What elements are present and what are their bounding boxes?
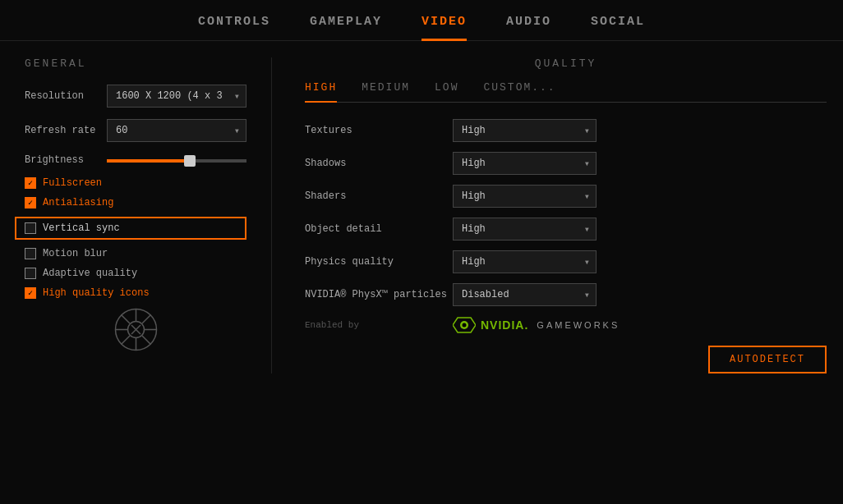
shadows-row: Shadows HighMediumLow <box>305 152 827 175</box>
refresh-rate-select[interactable]: 60 144 240 <box>107 119 246 142</box>
physx-particles-select[interactable]: DisabledLowHigh <box>453 283 597 306</box>
brightness-slider[interactable] <box>107 159 246 163</box>
fullscreen-checkbox-row[interactable]: Fullscreen <box>25 177 246 189</box>
nav-controls[interactable]: CONTROLS <box>198 15 270 40</box>
motion-blur-label: Motion blur <box>43 248 108 259</box>
object-detail-select-wrapper: HighMediumLow <box>453 218 597 241</box>
object-detail-row: Object detail HighMediumLow <box>305 218 827 241</box>
nav-video[interactable]: VIDEO <box>422 15 467 40</box>
svg-point-14 <box>463 323 467 328</box>
quality-section: QUALITY HIGH MEDIUM LOW CUSTOM... Textur… <box>280 57 843 373</box>
nav-gameplay[interactable]: GAMEPLAY <box>310 15 382 40</box>
resolution-control: 1600 X 1200 (4 x 3) 1920 X 1080 (16 x 9)… <box>107 85 246 108</box>
svg-line-7 <box>142 336 151 345</box>
brightness-row: Brightness <box>25 153 246 166</box>
object-detail-select[interactable]: HighMediumLow <box>453 218 597 241</box>
nvidia-eye-icon <box>453 316 476 334</box>
resolution-select-wrapper: 1600 X 1200 (4 x 3) 1920 X 1080 (16 x 9)… <box>107 85 246 108</box>
physics-quality-row: Physics quality HighMediumLow <box>305 250 827 273</box>
adaptive-quality-label: Adaptive quality <box>43 268 137 279</box>
nav-audio[interactable]: AUDIO <box>506 15 551 40</box>
high-quality-icons-checkbox[interactable] <box>25 287 36 299</box>
refresh-rate-select-wrapper: 60 144 240 <box>107 119 246 142</box>
general-title: GENERAL <box>25 57 246 70</box>
gameworks-text: GAMEWORKS <box>537 320 620 330</box>
object-detail-label: Object detail <box>305 223 453 235</box>
resolution-label: Resolution <box>25 90 107 102</box>
shaders-row: Shaders HighMediumLow <box>305 185 827 208</box>
checkboxes-group: Fullscreen Antialiasing Vertical sync Mo… <box>25 177 246 299</box>
textures-row: Textures HighMediumLow <box>305 119 827 142</box>
svg-line-8 <box>142 315 151 324</box>
resolution-row: Resolution 1600 X 1200 (4 x 3) 1920 X 10… <box>25 85 246 108</box>
nvidia-logo: NVIDIA. GAMEWORKS <box>453 316 620 334</box>
nvidia-brand-text: NVIDIA. <box>481 318 528 332</box>
tab-low[interactable]: LOW <box>435 81 458 102</box>
autodetect-row: AUTODETECT <box>305 346 827 373</box>
textures-label: Textures <box>305 125 453 136</box>
physics-quality-select[interactable]: HighMediumLow <box>453 250 597 273</box>
antialiasing-label: Antialiasing <box>43 197 113 208</box>
physx-particles-label: NVIDIA® PhysX™ particles <box>305 289 453 300</box>
tab-high[interactable]: HIGH <box>305 81 337 102</box>
vertical-sync-label: Vertical sync <box>43 222 120 234</box>
refresh-rate-control: 60 144 240 <box>107 119 246 142</box>
physics-quality-label: Physics quality <box>305 256 453 268</box>
antialiasing-checkbox[interactable] <box>25 197 36 208</box>
textures-select[interactable]: HighMediumLow <box>453 119 597 142</box>
svg-line-9 <box>121 336 130 345</box>
physics-quality-select-wrapper: HighMediumLow <box>453 250 597 273</box>
physx-particles-row: NVIDIA® PhysX™ particles DisabledLowHigh <box>305 283 827 306</box>
motion-blur-checkbox[interactable] <box>25 248 36 259</box>
autodetect-button[interactable]: AUTODETECT <box>708 346 827 373</box>
section-divider <box>271 57 272 373</box>
enabled-by-text: Enabled by <box>305 320 453 330</box>
refresh-rate-row: Refresh rate 60 144 240 <box>25 119 246 142</box>
adaptive-quality-checkbox-row[interactable]: Adaptive quality <box>25 268 246 279</box>
shaders-select-wrapper: HighMediumLow <box>453 185 597 208</box>
textures-select-wrapper: HighMediumLow <box>453 119 597 142</box>
wheel-icon-container <box>25 307 246 352</box>
tab-medium[interactable]: MEDIUM <box>362 81 410 102</box>
main-content: GENERAL Resolution 1600 X 1200 (4 x 3) 1… <box>0 41 843 390</box>
vertical-sync-checkbox-row[interactable]: Vertical sync <box>15 217 246 240</box>
shadows-select[interactable]: HighMediumLow <box>453 152 597 175</box>
shaders-select[interactable]: HighMediumLow <box>453 185 597 208</box>
refresh-rate-label: Refresh rate <box>25 125 107 136</box>
shaders-label: Shaders <box>305 190 453 202</box>
high-quality-icons-label: High quality icons <box>43 287 150 299</box>
svg-line-6 <box>121 315 130 324</box>
brightness-label: Brightness <box>25 154 107 166</box>
nvidia-row: Enabled by NVIDIA. GAMEWORKS <box>305 316 827 334</box>
shadows-select-wrapper: HighMediumLow <box>453 152 597 175</box>
general-section: GENERAL Resolution 1600 X 1200 (4 x 3) 1… <box>0 57 263 373</box>
shadows-label: Shadows <box>305 158 453 169</box>
physx-particles-select-wrapper: DisabledLowHigh <box>453 283 597 306</box>
quality-title: QUALITY <box>305 57 827 70</box>
brightness-slider-container <box>107 153 246 166</box>
motion-blur-checkbox-row[interactable]: Motion blur <box>25 248 246 259</box>
adaptive-quality-checkbox[interactable] <box>25 268 36 279</box>
resolution-select[interactable]: 1600 X 1200 (4 x 3) 1920 X 1080 (16 x 9)… <box>107 85 246 108</box>
top-nav: CONTROLS GAMEPLAY VIDEO AUDIO SOCIAL <box>0 0 843 41</box>
nav-social[interactable]: SOCIAL <box>591 15 645 40</box>
wheel-icon <box>113 307 159 352</box>
fullscreen-label: Fullscreen <box>43 177 102 189</box>
antialiasing-checkbox-row[interactable]: Antialiasing <box>25 197 246 208</box>
fullscreen-checkbox[interactable] <box>25 177 36 189</box>
quality-tabs: HIGH MEDIUM LOW CUSTOM... <box>305 81 827 103</box>
high-quality-icons-checkbox-row[interactable]: High quality icons <box>25 287 246 299</box>
vertical-sync-checkbox[interactable] <box>25 222 36 234</box>
tab-custom[interactable]: CUSTOM... <box>483 81 555 102</box>
